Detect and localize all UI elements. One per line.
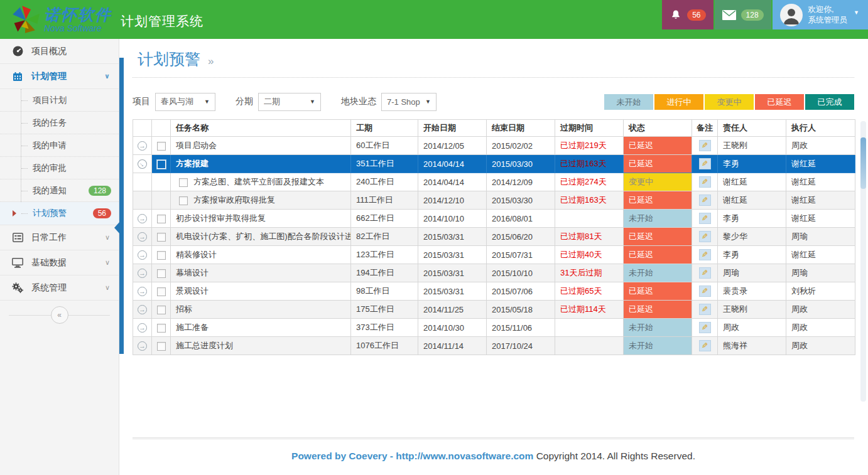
edit-note-button[interactable] [699,213,711,224]
edit-note-button[interactable] [699,249,711,260]
end-date: 2015/06/20 [487,228,555,246]
sidebar-item-plan-management[interactable]: 计划管理 ∨ [0,64,119,89]
table-row[interactable]: 景观设计98工作日2015/03/312015/07/06已过期65天已延迟裴贵… [133,282,855,301]
executor-name: 周政 [786,137,855,155]
expand-icon[interactable] [138,232,147,242]
expand-icon[interactable] [138,341,147,351]
sidebar-item-basic-data[interactable]: 基础数据 ∨ [0,250,119,275]
legend-delayed[interactable]: 已延迟 [755,94,804,110]
sidebar-item-plan-warning[interactable]: 计划预警 56 [0,202,119,225]
edit-note-button[interactable] [699,231,711,242]
legend-changing[interactable]: 变更中 [705,94,754,110]
executor-name: 刘秋圻 [786,282,855,301]
sidebar-collapse-button[interactable]: « [51,306,68,324]
table-row[interactable]: 施工总进度计划1076工作日2014/11/142017/10/24未开始熊海祥… [133,337,855,355]
row-checkbox[interactable] [157,160,166,169]
task-name: 招标 [176,304,192,314]
phase-select[interactable]: 二期 ▼ [258,93,321,111]
row-checkbox[interactable] [179,178,188,187]
overdue-time: 已过期40天 [555,246,624,264]
expand-icon[interactable] [138,214,147,223]
footer-powered-link[interactable]: Powered by Coevery - http://www.novasoft… [291,451,533,461]
sidebar-item-daily-work[interactable]: 日常工作 ∨ [0,225,119,250]
table-row[interactable]: 招标175工作日2014/11/252015/05/18已过期114天已延迟王晓… [133,301,855,319]
expand-icon[interactable] [138,269,147,278]
status-cell: 已延迟 [624,155,692,173]
edit-note-button[interactable] [699,322,711,333]
row-checkbox[interactable] [157,233,166,242]
end-date: 2015/07/06 [487,282,555,301]
scrollbar-thumb[interactable] [860,137,866,189]
sidebar-item-my-applications[interactable]: 我的申请 [0,134,119,157]
status-cell: 未开始 [624,337,692,355]
expand-icon[interactable] [138,141,147,151]
edit-note-button[interactable] [699,286,711,297]
expand-icon[interactable] [138,287,147,296]
status-cell: 变更中 [624,173,692,191]
expand-icon[interactable] [136,157,149,171]
expand-icon[interactable] [138,323,147,333]
executor-name: 谢红延 [786,210,855,228]
table-row[interactable]: 精装修设计123工作日2015/03/312015/07/31已过期40天已延迟… [133,246,855,264]
project-select[interactable]: 春风与湖 ▼ [155,93,215,111]
edit-note-button[interactable] [699,158,711,169]
table-row[interactable]: 项目启动会60工作日2014/12/052015/02/02已过期219天已延迟… [133,137,855,155]
edit-note-button[interactable] [699,340,711,351]
table-row[interactable]: 施工准备373工作日2014/10/302015/11/06未开始周政周政 [133,319,855,337]
footer: Powered by Coevery - http://www.novasoft… [133,437,854,462]
table-row[interactable]: 幕墙设计194工作日2015/03/312015/10/1031天后过期未开始周… [133,264,855,282]
monitor-icon [11,258,24,268]
edit-note-button[interactable] [699,176,711,188]
table-row[interactable]: 方案总图、建筑平立剖面及报建文本240工作日2014/04/142014/12/… [133,173,855,191]
legend-done[interactable]: 已完成 [805,94,854,110]
active-section-accent-bar [119,58,124,354]
sidebar-item-my-tasks[interactable]: 我的任务 [0,112,119,134]
owner-name: 周政 [718,319,786,337]
owner-name: 李勇 [718,246,786,264]
table-row[interactable]: 方案报建351工作日2014/04/142015/03/30已过期163天已延迟… [133,155,855,173]
legend-inprogress[interactable]: 进行中 [654,94,703,110]
table-row[interactable]: 初步设计报审并取得批复662工作日2014/10/102016/08/01未开始… [133,210,855,228]
header-cell: 责任人 [718,120,786,137]
header-cell: 执行人 [786,120,855,137]
edit-note-button[interactable] [699,195,711,206]
status-cell: 未开始 [624,210,692,228]
sidebar-item-project-plan[interactable]: 项目计划 [0,89,119,112]
sidebar-item-system-management[interactable]: 系统管理 ∨ [0,275,119,301]
plot-select[interactable]: 7-1 Shopp ▼ [381,93,437,111]
edit-note-button[interactable] [699,140,711,151]
sidebar-item-my-approvals[interactable]: 我的审批 [0,157,119,179]
row-checkbox[interactable] [157,287,166,296]
row-checkbox[interactable] [157,269,166,278]
row-checkbox[interactable] [157,306,166,314]
row-checkbox[interactable] [157,251,166,260]
plot-filter-label: 地块业态 [341,96,376,107]
start-date: 2014/12/05 [418,137,487,155]
chevron-down-icon: ∨ [105,284,110,292]
row-checkbox[interactable] [157,324,166,333]
table-row[interactable]: 机电设计(方案、扩初、施工图)配合各阶段设计进度82工作日2015/03/312… [133,228,855,246]
sidebar-item-my-notifications[interactable]: 我的通知 128 [0,179,119,202]
executor-name: 谢红延 [786,155,855,173]
end-date: 2015/05/18 [487,301,555,319]
row-checkbox[interactable] [179,196,188,205]
brand-block: 诺怀软件 Nova Software [44,7,112,33]
edit-note-button[interactable] [699,304,711,315]
user-menu[interactable]: 欢迎你, 系统管理员 ▼ [773,0,868,29]
row-checkbox[interactable] [157,342,166,351]
expand-icon[interactable] [138,250,147,260]
expand-icon[interactable] [138,305,147,314]
owner-name: 李勇 [718,210,786,228]
edit-note-button[interactable] [699,267,711,279]
table-row[interactable]: 方案报审政府取得批复111工作日2014/12/102015/03/30已过期1… [133,191,855,210]
row-checkbox[interactable] [157,142,166,151]
messages-button[interactable]: 128 [715,0,771,29]
table-scrollbar[interactable] [860,121,866,402]
end-date: 2015/11/06 [487,319,555,337]
sidebar-item-project-overview[interactable]: 项目概况 [0,39,119,64]
row-checkbox[interactable] [157,215,166,223]
legend-notstarted[interactable]: 未开始 [604,94,653,110]
start-date: 2014/10/10 [418,210,487,228]
notifications-button[interactable]: 56 [662,0,713,29]
executor-name: 周瑜 [786,228,855,246]
